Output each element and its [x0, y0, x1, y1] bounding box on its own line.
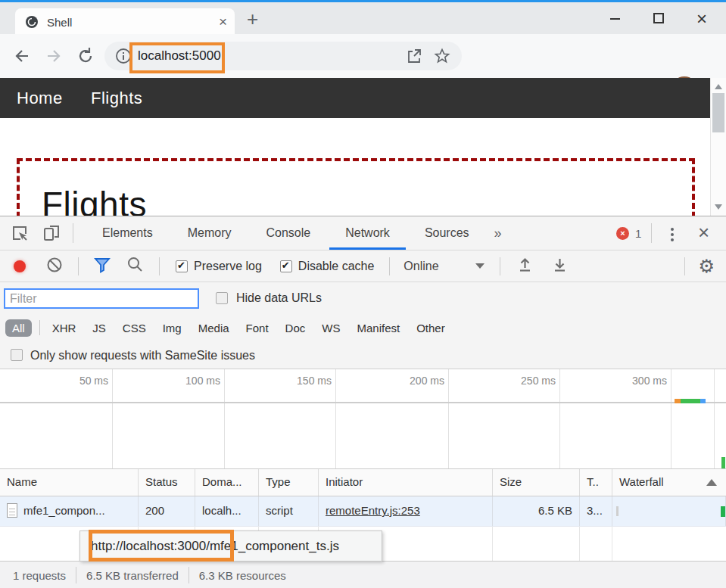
samesite-checkbox[interactable]: [11, 349, 23, 361]
script-file-icon: [7, 503, 17, 518]
column-header-size[interactable]: Size: [493, 469, 580, 496]
request-name-cell[interactable]: mfe1_compon...: [0, 496, 139, 526]
filter-type-img[interactable]: Img: [154, 322, 190, 334]
settings-gear-icon[interactable]: ⚙: [698, 257, 715, 275]
timeline-gridline: [714, 369, 715, 468]
request-type-filters: All XHR JS CSS Img Media Font Doc WS Man…: [0, 314, 726, 341]
filter-type-font[interactable]: Font: [238, 322, 277, 334]
tab-elements[interactable]: Elements: [85, 216, 170, 250]
filter-type-media[interactable]: Media: [190, 322, 238, 334]
browser-toolbar: localhost:5000 G G: [0, 34, 726, 78]
filter-type-manifest[interactable]: Manifest: [348, 322, 408, 334]
shell-favicon-icon: [25, 15, 39, 29]
timeline-overview[interactable]: 50 ms 100 ms 150 ms 200 ms 250 ms 300 ms: [0, 369, 726, 468]
toolbar-divider-3: [389, 257, 390, 275]
filter-type-js[interactable]: JS: [84, 322, 114, 334]
hide-data-urls-checkbox[interactable]: [216, 292, 228, 304]
filter-type-xhr[interactable]: XHR: [44, 322, 85, 334]
url-annotation-box: [129, 42, 225, 73]
window-minimize-button[interactable]: [610, 18, 620, 20]
request-type-cell[interactable]: script: [259, 496, 319, 526]
tab-sources[interactable]: Sources: [407, 216, 487, 250]
column-header-name[interactable]: Name: [0, 469, 139, 496]
timeline-gridline: [671, 369, 671, 468]
back-button[interactable]: [12, 46, 32, 66]
preserve-log-checkbox[interactable]: [176, 260, 188, 272]
timeline-gridline: [335, 369, 336, 468]
browser-tab-shell[interactable]: Shell ×: [15, 8, 235, 36]
throttling-select[interactable]: Online: [404, 260, 438, 273]
error-badge-icon[interactable]: ×: [616, 227, 629, 240]
waterfall-start-tick: [616, 506, 619, 516]
disable-cache-label[interactable]: Disable cache: [298, 260, 375, 273]
overview-bar-waiting: [675, 399, 681, 403]
samesite-label[interactable]: Only show requests with SameSite issues: [30, 341, 255, 369]
inspect-element-icon[interactable]: [11, 224, 29, 242]
column-header-type[interactable]: Type: [259, 469, 319, 496]
device-toolbar-icon[interactable]: [42, 224, 61, 242]
filter-type-doc[interactable]: Doc: [277, 322, 314, 334]
summary-divider: [189, 567, 189, 583]
filter-type-ws[interactable]: WS: [313, 322, 348, 334]
initiator-link[interactable]: remoteEntry.js:253: [326, 504, 420, 517]
nav-link-flights[interactable]: Flights: [91, 78, 142, 118]
window-close-button[interactable]: ×: [696, 4, 707, 34]
new-tab-button[interactable]: +: [247, 5, 258, 33]
sort-ascending-icon: [706, 479, 717, 486]
column-header-initiator[interactable]: Initiator: [319, 469, 493, 496]
throttling-caret-icon[interactable]: [475, 263, 485, 269]
filter-type-all[interactable]: All: [5, 319, 32, 337]
timeline-tick-250ms: 250 ms: [510, 375, 556, 387]
tooltip-annotation-box: [89, 530, 234, 562]
request-domain-cell[interactable]: localh...: [195, 496, 259, 526]
tab-network[interactable]: Network: [328, 216, 407, 250]
filter-input[interactable]: [4, 288, 199, 309]
scroll-down-icon[interactable]: [715, 204, 722, 210]
nav-link-home[interactable]: Home: [17, 78, 63, 118]
reload-button[interactable]: [76, 46, 95, 66]
disable-cache-checkbox[interactable]: [280, 260, 292, 272]
share-icon[interactable]: [406, 48, 422, 64]
filter-type-css[interactable]: CSS: [114, 322, 154, 334]
window-maximize-button[interactable]: [653, 13, 664, 23]
preserve-log-label[interactable]: Preserve log: [194, 260, 262, 273]
export-har-icon[interactable]: [551, 256, 569, 276]
page-navbar: Home Flights: [0, 78, 710, 118]
devtools-tabs: Elements Memory Console Network Sources …: [85, 216, 509, 250]
waterfall-green-bar: [721, 506, 725, 517]
tab-title: Shell: [47, 8, 72, 36]
search-icon[interactable]: [126, 256, 144, 276]
flights-heading: Flights: [42, 184, 147, 216]
column-header-waterfall[interactable]: Waterfall: [612, 469, 726, 496]
column-header-domain[interactable]: Doma...: [195, 469, 259, 496]
scrollbar-thumb[interactable]: [712, 93, 724, 132]
request-time-cell[interactable]: 3...: [580, 496, 612, 526]
request-waterfall-cell[interactable]: [612, 496, 726, 526]
request-row-mfe1[interactable]: mfe1_compon... 200 localh... script remo…: [0, 496, 726, 527]
devtools-menu-icon[interactable]: [671, 233, 674, 236]
page-scrollbar[interactable]: [710, 78, 726, 216]
tab-close-icon[interactable]: ×: [219, 8, 227, 35]
request-status-cell[interactable]: 200: [139, 496, 195, 526]
filter-type-other[interactable]: Other: [408, 322, 453, 334]
forward-button[interactable]: [44, 46, 64, 66]
toolbar-divider-2: [159, 257, 160, 275]
error-count[interactable]: 1: [635, 216, 641, 250]
bookmark-star-icon[interactable]: [433, 47, 451, 65]
tab-memory[interactable]: Memory: [170, 216, 249, 250]
network-toolbar: Preserve log Disable cache Online ⚙: [0, 250, 726, 282]
hide-data-urls-label[interactable]: Hide data URLs: [236, 282, 322, 314]
devtools-panel: Elements Memory Console Network Sources …: [0, 216, 726, 588]
clear-button[interactable]: [46, 257, 63, 276]
import-har-icon[interactable]: [516, 256, 534, 276]
filter-toggle-icon[interactable]: [93, 256, 111, 277]
pill-divider: [39, 320, 40, 335]
record-button[interactable]: [14, 260, 26, 272]
more-tabs-icon[interactable]: »: [487, 216, 509, 250]
tab-console[interactable]: Console: [248, 216, 328, 250]
column-header-time[interactable]: T..: [580, 469, 612, 496]
column-header-status[interactable]: Status: [139, 469, 195, 496]
request-size-cell[interactable]: 6.5 KB: [493, 496, 580, 526]
devtools-close-icon[interactable]: ×: [698, 216, 709, 249]
scroll-up-icon[interactable]: [715, 84, 722, 89]
